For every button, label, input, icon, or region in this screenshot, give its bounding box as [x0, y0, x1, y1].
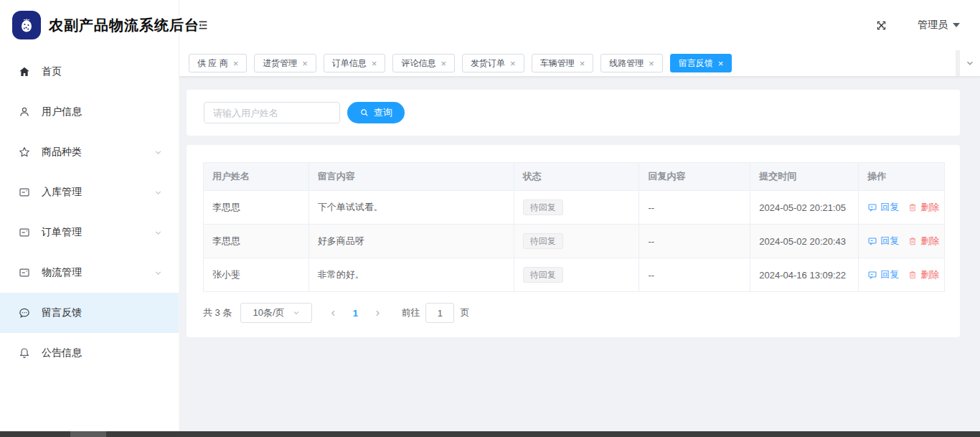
tabs-dropdown-button[interactable] [956, 50, 980, 76]
cell-time: 2024-04-16 13:09:22 [750, 258, 859, 292]
cell-user-name: 张小斐 [204, 258, 309, 292]
pagination: 共 3 条 10条/页 1 前往 页 [203, 303, 945, 323]
close-icon[interactable]: × [718, 59, 724, 68]
tab-label: 进货管理 [263, 57, 297, 70]
next-page-button[interactable] [365, 303, 390, 323]
sidebar-item-label: 商品种类 [42, 146, 82, 159]
admin-dropdown[interactable]: 管理员 [918, 19, 960, 32]
cell-user-name: 李思思 [204, 191, 309, 225]
reply-button[interactable]: 回复 [867, 201, 899, 214]
cell-reply: -- [639, 258, 750, 292]
sidebar-item-logistics[interactable]: 物流管理 [0, 253, 179, 293]
goto-label: 前往 [401, 306, 420, 319]
close-icon[interactable]: × [649, 59, 654, 68]
tab-routes[interactable]: 线路管理 × [600, 54, 663, 72]
sidebar-item-label: 订单管理 [42, 226, 82, 239]
sidebar-fold-icon[interactable] [194, 16, 212, 34]
main-area: 供 应 商 × 进货管理 × 订单信息 × 评论信息 × 发货订单 × 车辆管理… [179, 50, 980, 431]
feedback-table: 用户姓名 留言内容 状态 回复内容 提交时间 操作 李思思 下个单试试看。 待回 [203, 162, 945, 292]
tab-label: 留言反馈 [679, 57, 713, 70]
trash-icon [908, 202, 918, 212]
cell-status: 待回复 [514, 191, 639, 225]
chat-bubble-icon [18, 306, 31, 319]
sidebar-item-orders[interactable]: 订单管理 [0, 212, 179, 253]
page-content: 查询 用户姓名 留言内容 状态 回复内容 [179, 77, 980, 431]
col-time: 提交时间 [750, 163, 859, 191]
col-reply: 回复内容 [639, 163, 750, 191]
goto-page-input[interactable] [425, 303, 454, 323]
app-logo [12, 11, 41, 39]
page-unit-label: 页 [460, 306, 469, 319]
cell-actions: 回复 删除 [859, 225, 945, 258]
reply-button[interactable]: 回复 [867, 268, 899, 281]
horizontal-scrollbar[interactable] [0, 431, 980, 437]
bell-icon [18, 347, 31, 360]
cell-status: 待回复 [514, 225, 639, 258]
chevron-left-icon [329, 309, 338, 318]
close-icon[interactable]: × [510, 59, 516, 68]
close-icon[interactable]: × [580, 59, 585, 68]
page-size-select[interactable]: 10条/页 [240, 303, 312, 323]
sidebar-item-categories[interactable]: 商品种类 [0, 132, 179, 172]
home-icon [18, 65, 31, 78]
sidebar: 首页 用户信息 商品种类 [0, 50, 179, 431]
close-icon[interactable]: × [233, 59, 239, 68]
tab-supplier[interactable]: 供 应 商 × [189, 54, 247, 72]
col-actions: 操作 [859, 163, 945, 191]
trash-icon [908, 236, 918, 246]
reply-button[interactable]: 回复 [867, 235, 899, 248]
page-number-1[interactable]: 1 [345, 308, 365, 319]
table-row: 张小斐 非常的好。 待回复 -- 2024-04-16 13:09:22 回复 … [204, 258, 945, 292]
fullscreen-icon[interactable] [873, 17, 889, 33]
status-badge: 待回复 [523, 267, 563, 283]
sidebar-item-inbound[interactable]: 入库管理 [0, 172, 179, 212]
sidebar-item-feedback[interactable]: 留言反馈 [0, 293, 179, 333]
cell-status: 待回复 [514, 258, 639, 292]
search-input[interactable] [204, 102, 340, 123]
tab-label: 订单信息 [332, 57, 367, 70]
strawberry-icon [18, 17, 35, 34]
chevron-right-icon [373, 309, 382, 318]
tab-label: 线路管理 [609, 57, 644, 70]
table-row: 李思思 下个单试试看。 待回复 -- 2024-05-02 20:21:05 回… [204, 191, 945, 225]
close-icon[interactable]: × [440, 59, 446, 68]
tab-shipping-orders[interactable]: 发货订单 × [462, 54, 524, 72]
tab-label: 评论信息 [401, 57, 435, 70]
tab-order-info[interactable]: 订单信息 × [324, 54, 386, 72]
reply-bubble-icon [867, 270, 877, 280]
close-icon[interactable]: × [372, 59, 377, 68]
tab-feedback[interactable]: 留言反馈 × [670, 54, 732, 72]
cell-time: 2024-05-02 20:20:43 [750, 225, 859, 258]
prev-page-button[interactable] [321, 303, 345, 323]
tab-purchase[interactable]: 进货管理 × [254, 54, 316, 72]
status-badge: 待回复 [523, 199, 563, 215]
cell-reply: -- [639, 191, 750, 225]
sidebar-item-label: 物流管理 [42, 266, 82, 279]
delete-button[interactable]: 删除 [908, 235, 939, 248]
tab-vehicles[interactable]: 车辆管理 × [532, 54, 594, 72]
caret-down-icon [953, 23, 960, 27]
search-icon [359, 108, 369, 118]
close-icon[interactable]: × [302, 59, 308, 68]
card-icon [18, 266, 31, 279]
reply-bubble-icon [867, 236, 877, 246]
feedback-table-panel: 用户姓名 留言内容 状态 回复内容 提交时间 操作 李思思 下个单试试看。 待回 [187, 145, 960, 337]
tab-label: 供 应 商 [197, 57, 228, 70]
sidebar-item-label: 入库管理 [42, 186, 82, 199]
delete-button[interactable]: 删除 [908, 268, 939, 281]
admin-label: 管理员 [918, 19, 948, 32]
sidebar-item-announcements[interactable]: 公告信息 [0, 333, 179, 373]
sidebar-item-users[interactable]: 用户信息 [0, 92, 179, 132]
search-panel: 查询 [187, 90, 960, 136]
sidebar-item-home[interactable]: 首页 [0, 52, 179, 92]
search-button[interactable]: 查询 [347, 102, 405, 123]
scrollbar-thumb[interactable] [70, 431, 106, 437]
chevron-down-icon [292, 309, 301, 317]
cell-message: 非常的好。 [308, 258, 514, 292]
delete-button[interactable]: 删除 [908, 201, 939, 214]
tab-comments[interactable]: 评论信息 × [392, 54, 455, 72]
user-icon [18, 105, 31, 118]
sidebar-item-label: 公告信息 [42, 347, 82, 360]
col-user-name: 用户姓名 [204, 163, 309, 191]
cell-message: 好多商品呀 [308, 225, 514, 258]
